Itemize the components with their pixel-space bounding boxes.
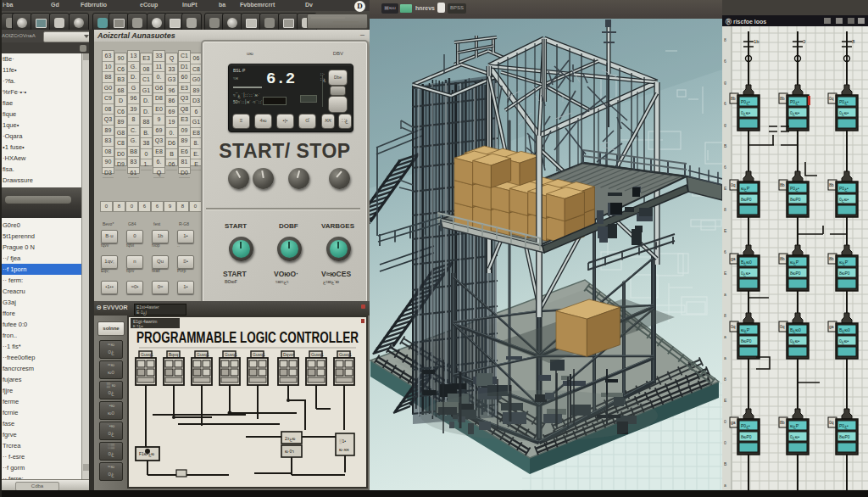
svg-text:1b: 1b [754, 39, 760, 44]
svg-text:юغP˙: юغP˙ [741, 327, 751, 333]
svg-text:a: a [724, 483, 726, 488]
svg-text:غ0ю•: غ0ю• [790, 338, 800, 344]
svg-text:юغP˙: юغP˙ [741, 186, 751, 192]
svg-text:8: 8 [724, 37, 726, 42]
svg-text:Bغю0: Bغю0 [790, 327, 801, 333]
svg-text:ga: ga [731, 420, 736, 425]
svg-text:P0غ•: P0غ• [790, 99, 799, 105]
svg-text:P0غ•: P0غ• [741, 423, 750, 429]
svg-text:0q: 0q [829, 420, 834, 425]
svg-text:6: 6 [724, 165, 726, 170]
svg-text:Guvq1: Guvq1 [311, 352, 324, 357]
svg-text:P0غ•: P0غ• [839, 99, 849, 105]
svg-text:ga: ga [829, 324, 834, 329]
svg-text:юغP˙: юغP˙ [790, 260, 800, 265]
svg-text:8юP0: 8юP0 [741, 434, 752, 439]
svg-text:غ0ю•: غ0ю• [839, 197, 849, 203]
svg-text:8: 8 [724, 377, 726, 382]
svg-text:юغP˙: юغP˙ [839, 260, 849, 265]
svg-text:ю·אא: ю·אא [339, 447, 350, 452]
svg-text:8b: 8b [780, 182, 785, 187]
svg-text:غכ2ю: غכ2ю [285, 436, 295, 442]
svg-text:8юP0: 8юP0 [790, 197, 801, 202]
svg-text:0q: 0q [829, 96, 834, 101]
svg-text:8b: 8b [731, 96, 736, 101]
svg-text:غ0ю•: غ0ю• [790, 434, 800, 440]
svg-text:g: g [724, 80, 726, 85]
svg-text:8b: 8b [780, 420, 785, 425]
svg-text:0: 0 [724, 419, 726, 424]
svg-text:0q: 0q [731, 182, 736, 187]
svg-text:P0غ•: P0غ• [741, 99, 750, 105]
svg-text:0q: 0q [780, 324, 785, 329]
svg-text:6: 6 [724, 101, 726, 106]
svg-text:a: a [724, 292, 726, 297]
svg-text:8b: 8b [780, 256, 785, 261]
svg-text:Guvq1: Guvq1 [339, 352, 352, 357]
svg-text:8b: 8b [829, 182, 834, 187]
svg-text:P0غ•: P0غ• [839, 186, 849, 192]
svg-text:8юP0: 8юP0 [839, 434, 850, 439]
svg-text:Bغю0: Bغю0 [839, 327, 850, 333]
svg-text:8: 8 [724, 207, 726, 212]
svg-text:6: 6 [724, 249, 726, 254]
svg-text:8b: 8b [829, 256, 834, 261]
svg-text:غ0ю•: غ0ю• [839, 338, 849, 344]
svg-text:غ0ю•: غ0ю• [790, 110, 800, 116]
svg-text:Guvq1: Guvq1 [197, 352, 209, 357]
svg-text:PROGRAMMABLE LOGIC CONTROLLER: PROGRAMMABLE LOGIC CONTROLLER [136, 329, 359, 346]
svg-text:E·Tغю: E·Tغю [133, 324, 143, 328]
svg-text:6: 6 [724, 59, 726, 64]
svg-text:ю·ר0: ю·ר0 [285, 449, 294, 454]
svg-text:غ0ю•: غ0ю• [839, 110, 849, 116]
svg-text:8: 8 [724, 313, 726, 318]
svg-text:0q: 0q [731, 324, 736, 329]
svg-text:g: g [724, 122, 726, 127]
svg-text:Guvq1: Guvq1 [141, 352, 153, 357]
svg-text:Guvq1: Guvq1 [253, 352, 265, 357]
svg-text:a: a [724, 355, 726, 360]
svg-text:Bغю0: Bغю0 [741, 260, 752, 265]
svg-text:ga: ga [731, 256, 736, 261]
svg-text:غ0ю•: غ0ю• [741, 271, 751, 276]
svg-text:غ0ю•: غ0ю• [741, 110, 751, 116]
svg-text:P0غ•: P0غ• [839, 423, 849, 429]
svg-text:юغP˙: юغP˙ [790, 423, 800, 429]
svg-text:░1•: ░1• [339, 438, 346, 444]
svg-text:8юP0: 8юP0 [741, 197, 752, 202]
svg-text:0: 0 [724, 440, 726, 445]
svg-text:Guvq1: Guvq1 [225, 352, 237, 357]
svg-text:8юP0: 8юP0 [839, 271, 850, 276]
svg-text:P0غ•: P0غ• [790, 186, 799, 192]
svg-text:Dqvo¹: Dqvo¹ [283, 352, 295, 357]
svg-text:8юP0: 8юP0 [790, 271, 801, 276]
svg-text:Bqvq·: Bqvq· [169, 352, 180, 357]
svg-text:a: a [724, 334, 726, 339]
svg-text:8юP0: 8юP0 [741, 338, 752, 343]
svg-text:8b: 8b [780, 96, 785, 101]
